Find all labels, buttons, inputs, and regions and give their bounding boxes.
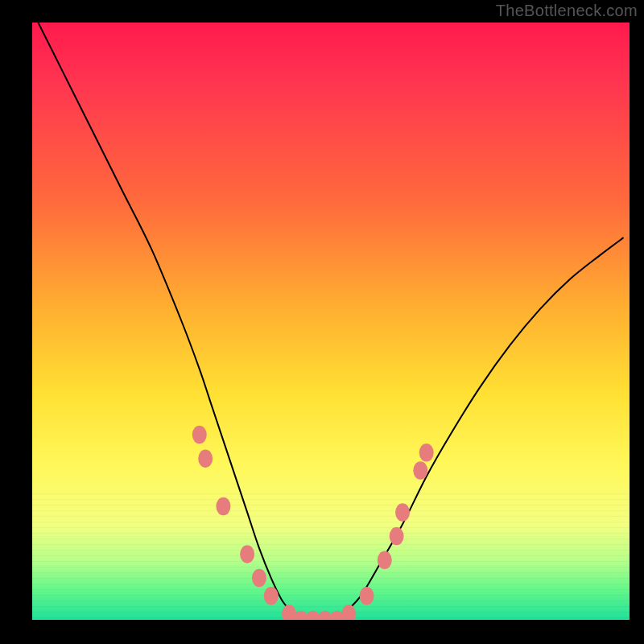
watermark-text: TheBottleneck.com: [496, 2, 638, 20]
curve-marker: [378, 551, 392, 570]
curve-marker: [395, 503, 410, 522]
plot-area: [32, 23, 630, 620]
curve-marker: [413, 461, 427, 480]
curve-marker: [192, 426, 207, 444]
curve-marker: [252, 569, 266, 588]
chart-svg: [32, 23, 630, 620]
curve-marker: [419, 444, 434, 462]
bottleneck-curve-line: [38, 23, 623, 620]
curve-marker: [360, 587, 374, 605]
curve-marker: [390, 527, 404, 546]
curve-marker: [198, 449, 213, 468]
chart-frame: TheBottleneck.com: [0, 0, 644, 644]
curve-marker: [341, 605, 356, 620]
curve-marker: [216, 497, 230, 516]
curve-marker: [240, 545, 254, 564]
curve-marker: [264, 587, 279, 605]
